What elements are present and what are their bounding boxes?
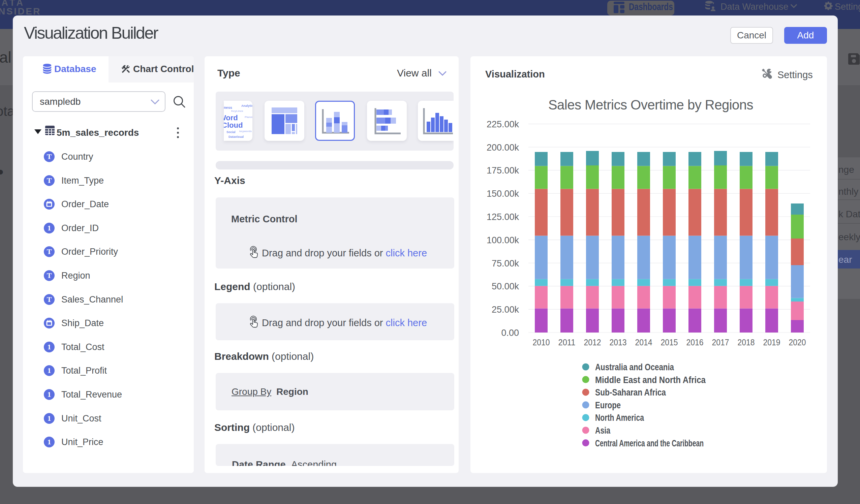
svg-text:2015: 2015 [661,337,678,347]
svg-text:2018: 2018 [738,337,755,347]
svg-text:2012: 2012 [584,337,601,347]
svg-text:2010: 2010 [533,337,550,347]
svg-text:Asia: Asia [595,425,610,436]
svg-text:Australia and Oceania: Australia and Oceania [595,362,674,372]
svg-text:2014: 2014 [635,337,653,347]
svg-text:Sales Metrics Overtime by Regi: Sales Metrics Overtime by Regions [548,97,753,112]
svg-text:Visualization: Visualization [485,69,545,80]
svg-text:2019: 2019 [763,337,780,347]
svg-text:2013: 2013 [610,337,627,347]
svg-text:175.00k: 175.00k [487,165,519,175]
svg-text:200.00k: 200.00k [487,143,519,153]
svg-text:North America: North America [595,412,644,423]
svg-text:2016: 2016 [686,337,704,347]
svg-text:150.00k: 150.00k [487,189,519,199]
svg-text:2017: 2017 [712,337,729,347]
svg-text:Middle East and North Africa: Middle East and North Africa [595,375,706,385]
svg-text:2011: 2011 [558,337,576,347]
svg-text:0.00: 0.00 [501,328,519,338]
svg-text:Europe: Europe [595,400,621,411]
svg-text:100.00k: 100.00k [487,235,519,245]
svg-text:50.00k: 50.00k [492,281,519,291]
svg-text:125.00k: 125.00k [487,212,519,222]
svg-text:Central America and the Caribb: Central America and the Caribbean [595,438,704,448]
svg-text:Settings: Settings [777,69,813,80]
svg-text:Sub-Saharan Africa: Sub-Saharan Africa [595,387,666,398]
svg-text:75.00k: 75.00k [492,258,519,269]
svg-text:25.00k: 25.00k [492,305,519,315]
svg-text:225.00k: 225.00k [487,119,519,129]
svg-text:2020: 2020 [789,337,806,347]
